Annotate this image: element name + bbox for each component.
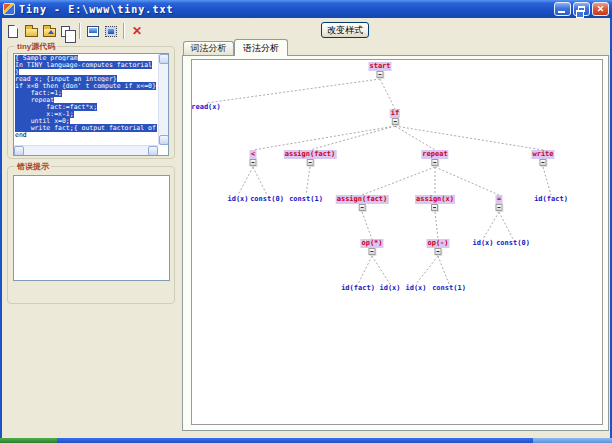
collapse-box-icon[interactable]	[306, 159, 313, 166]
screen-capture-icon	[105, 26, 117, 37]
tree-node-id_fact1[interactable]: id(fact)	[533, 195, 569, 204]
toolbar-separator	[79, 23, 81, 39]
tree-edge	[372, 256, 390, 284]
client-area: ✕ 改变样式 tiny源代码 { Sample programIn TINY l…	[0, 18, 612, 438]
tree-node-const_1a[interactable]: const(1)	[288, 195, 324, 204]
tree-node-const_1b[interactable]: const(1)	[431, 284, 467, 293]
tree-node-label: id(x)	[378, 284, 401, 293]
start-button-sliver[interactable]	[0, 438, 57, 443]
view-button[interactable]	[85, 23, 101, 39]
collapse-box-icon[interactable]	[250, 159, 257, 166]
collapse-box-icon[interactable]	[539, 159, 546, 166]
new-file-icon	[8, 25, 18, 38]
capture-button[interactable]	[103, 23, 119, 39]
tree-edge	[483, 212, 499, 239]
tree-node-label: const(0)	[249, 195, 285, 204]
tree-node-label: write	[531, 150, 554, 159]
collapse-box-icon[interactable]	[431, 159, 438, 166]
collapse-box-icon[interactable]	[376, 71, 383, 78]
collapse-box-icon[interactable]	[496, 204, 503, 211]
tree-node-label: id(x)	[226, 195, 249, 204]
restore-button[interactable]	[573, 2, 590, 16]
change-style-button[interactable]: 改变样式	[321, 22, 369, 38]
open-folder-icon	[25, 28, 38, 37]
tree-node-assign_fact1[interactable]: assign(fact)	[284, 150, 337, 166]
tree-node-read_x[interactable]: read(x)	[190, 103, 222, 112]
tree-node-eq[interactable]: =	[496, 195, 503, 211]
tree-node-label: =	[496, 195, 502, 204]
tree-node-assign_fact2[interactable]: assign(fact)	[336, 195, 389, 211]
arrow-right-icon	[152, 148, 158, 154]
vertical-scrollbar[interactable]	[158, 54, 168, 145]
system-tray-sliver[interactable]	[533, 438, 612, 443]
error-list[interactable]	[13, 175, 170, 281]
tree-node-if[interactable]: if	[390, 109, 400, 125]
app-icon[interactable]	[3, 3, 15, 15]
arrow-left-icon	[15, 148, 21, 154]
tree-node-label: op(-)	[426, 239, 449, 248]
minimize-button[interactable]	[554, 2, 571, 16]
tree-edge	[435, 212, 438, 239]
scroll-right-button[interactable]	[148, 146, 158, 156]
tree-node-op_mul[interactable]: op(*)	[360, 239, 383, 255]
tab-lexical-analysis[interactable]: 词法分析	[183, 41, 234, 55]
scroll-left-button[interactable]	[14, 146, 24, 156]
scroll-down-button[interactable]	[159, 135, 169, 145]
toolbar: ✕	[4, 21, 146, 41]
source-groupbox: tiny源代码 { Sample programIn TINY language…	[7, 46, 175, 159]
folder-arrow-icon	[43, 28, 56, 37]
tree-node-id_x2[interactable]: id(x)	[471, 239, 494, 248]
tree-node-label: id(fact)	[533, 195, 569, 204]
copy-button[interactable]	[59, 23, 75, 39]
tree-edge	[435, 167, 499, 195]
tree-node-op_minus[interactable]: op(-)	[426, 239, 449, 255]
tree-edge	[253, 167, 267, 195]
close-button[interactable]: ✕	[592, 2, 609, 16]
tree-edge	[362, 212, 372, 239]
tree-node-repeat[interactable]: repeat	[421, 150, 448, 166]
tree-node-start[interactable]: start	[368, 62, 391, 78]
open-recent-button[interactable]	[41, 23, 57, 39]
horizontal-scrollbar[interactable]	[14, 145, 158, 155]
titlebar[interactable]: Tiny - E:\www\tiny.txt ✕	[0, 0, 612, 18]
collapse-box-icon[interactable]	[368, 248, 375, 255]
taskbar-strip[interactable]	[57, 438, 533, 443]
source-code-editor[interactable]: { Sample programIn TINY language-compute…	[13, 53, 169, 156]
tree-edge	[358, 256, 372, 284]
tree-node-id_x4[interactable]: id(x)	[404, 284, 427, 293]
syntax-tab-page: startread(x)if<assign(fact)repeatwriteid…	[182, 55, 609, 431]
tree-node-label: const(0)	[495, 239, 531, 248]
tree-node-lt[interactable]: <	[250, 150, 257, 166]
open-file-button[interactable]	[23, 23, 39, 39]
tree-node-const_0b[interactable]: const(0)	[495, 239, 531, 248]
tree-node-assign_x[interactable]: assign(x)	[415, 195, 455, 211]
tree-node-write[interactable]: write	[531, 150, 554, 166]
tree-edge	[416, 256, 438, 284]
tree-node-id_x3[interactable]: id(x)	[378, 284, 401, 293]
tree-node-label: id(fact)	[340, 284, 376, 293]
tree-node-label: id(x)	[404, 284, 427, 293]
collapse-box-icon[interactable]	[392, 118, 399, 125]
tree-node-label: read(x)	[190, 103, 222, 112]
taskbar	[0, 438, 612, 443]
tree-node-const_0a[interactable]: const(0)	[249, 195, 285, 204]
code-line: end	[15, 132, 157, 139]
collapse-box-icon[interactable]	[432, 204, 439, 211]
tree-edge	[362, 167, 435, 195]
tree-node-label: op(*)	[360, 239, 383, 248]
new-file-button[interactable]	[5, 23, 21, 39]
restore-icon	[578, 6, 585, 12]
collapse-box-icon[interactable]	[358, 204, 365, 211]
scroll-up-button[interactable]	[159, 54, 169, 64]
delete-button[interactable]: ✕	[129, 23, 145, 39]
error-groupbox: 错误提示	[7, 166, 175, 304]
tree-edge	[306, 167, 310, 195]
tree-edge	[206, 79, 380, 103]
tab-syntax-analysis[interactable]: 语法分析	[234, 39, 288, 56]
tree-node-id_x1[interactable]: id(x)	[226, 195, 249, 204]
source-code-text[interactable]: { Sample programIn TINY language-compute…	[15, 55, 157, 145]
tree-node-label: const(1)	[288, 195, 324, 204]
arrow-up-icon	[161, 55, 167, 61]
collapse-box-icon[interactable]	[434, 248, 441, 255]
tree-node-id_fact2[interactable]: id(fact)	[340, 284, 376, 293]
